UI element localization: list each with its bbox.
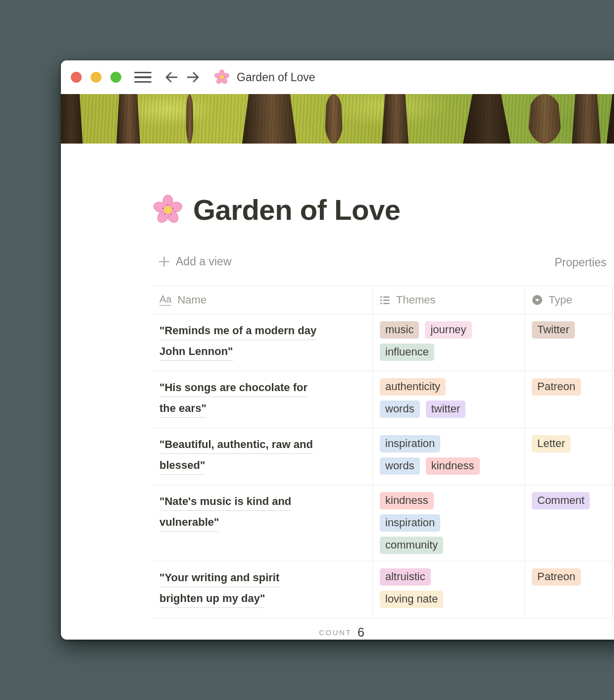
- table-row: "Your writing and spiritbrighten up my d…: [153, 561, 613, 618]
- tag-pill: inspiration: [380, 435, 440, 452]
- page-link[interactable]: "Beautiful, authentic, raw and: [159, 436, 313, 454]
- tag-pill: community: [380, 537, 443, 554]
- window-title: Garden of Love: [237, 71, 315, 84]
- count-label: COUNT: [319, 628, 352, 637]
- page-link[interactable]: "Nate's music is kind and: [159, 493, 291, 511]
- column-header-name[interactable]: Aa Name: [153, 286, 372, 314]
- tag-line: community: [380, 537, 517, 554]
- page-link[interactable]: John Lennon": [159, 343, 233, 361]
- traffic-lights: [71, 72, 121, 83]
- tag-pill: authenticity: [380, 378, 446, 396]
- tag-pill: Comment: [532, 492, 590, 509]
- tag-pill: inspiration: [380, 514, 440, 532]
- page-title[interactable]: Garden of Love: [193, 193, 400, 226]
- view-toolbar: Add a view Properties: [158, 255, 614, 271]
- type-cell[interactable]: Patreon: [525, 371, 613, 428]
- tag-pill: loving nate: [380, 591, 443, 608]
- title-icon: Aa: [159, 294, 171, 306]
- tag-pill: Patreon: [532, 568, 581, 586]
- tag-pill: words: [380, 400, 420, 418]
- tag-pill: words: [380, 457, 420, 475]
- themes-cell[interactable]: inspirationwordskindness: [372, 428, 525, 485]
- add-view-button[interactable]: Add a view: [158, 255, 232, 268]
- name-cell[interactable]: "Beautiful, authentic, raw andblessed": [153, 428, 372, 485]
- type-cell[interactable]: Twitter: [525, 314, 613, 371]
- tag-pill: Patreon: [532, 378, 581, 396]
- tag-line: inspiration: [380, 514, 517, 532]
- notion-window: Garden of Love: [61, 60, 614, 640]
- name-cell[interactable]: "Nate's music is kind andvulnerable": [153, 485, 372, 561]
- type-cell[interactable]: Letter: [525, 428, 613, 485]
- page-link[interactable]: "Your writing and spirit: [159, 569, 279, 587]
- count-value: 6: [358, 625, 364, 640]
- tag-line: wordstwitter: [380, 400, 517, 418]
- tag-line: kindness: [380, 492, 517, 509]
- page-link[interactable]: vulnerable": [159, 514, 219, 532]
- plus-icon: [158, 256, 170, 267]
- tag-pill: music: [380, 321, 419, 339]
- cover-image: [61, 94, 614, 144]
- titlebar: Garden of Love: [61, 60, 614, 94]
- tag-pill: journey: [425, 321, 471, 339]
- cherry-blossom-icon: [214, 69, 230, 85]
- tag-pill: influence: [380, 344, 434, 361]
- table-body: "Reminds me of a modern dayJohn Lennon"m…: [153, 314, 613, 618]
- zoom-button[interactable]: [110, 72, 121, 83]
- page-link[interactable]: "Reminds me of a modern day: [159, 322, 316, 340]
- column-header-type[interactable]: Type: [525, 286, 613, 314]
- page-icon-cherry-blossom[interactable]: [153, 195, 183, 225]
- page-header: Garden of Love: [153, 193, 614, 226]
- table-row: "Nate's music is kind andvulnerable"kind…: [153, 485, 613, 561]
- tag-pill: Twitter: [532, 321, 575, 339]
- name-cell[interactable]: "His songs are chocolate forthe ears": [153, 371, 372, 428]
- table-footer: COUNT 6: [153, 618, 613, 640]
- page-link[interactable]: blessed": [159, 457, 205, 475]
- tag-line: authenticity: [380, 378, 517, 396]
- tag-pill: Letter: [532, 435, 570, 452]
- close-button[interactable]: [71, 72, 82, 83]
- themes-cell[interactable]: authenticitywordstwitter: [372, 371, 525, 428]
- column-header-themes[interactable]: Themes: [372, 286, 525, 314]
- tag-pill: kindness: [380, 492, 434, 509]
- minimize-button[interactable]: [91, 72, 102, 83]
- tag-line: loving nate: [380, 591, 517, 608]
- page-link[interactable]: brighten up my day": [159, 590, 265, 608]
- tag-pill: kindness: [426, 457, 480, 475]
- themes-cell[interactable]: kindnessinspirationcommunity: [372, 485, 525, 561]
- tag-line: influence: [380, 344, 517, 361]
- properties-button[interactable]: Properties: [555, 256, 607, 269]
- name-cell[interactable]: "Reminds me of a modern dayJohn Lennon": [153, 314, 372, 371]
- tag-line: inspiration: [380, 435, 517, 452]
- database-table: Aa Name Themes: [153, 286, 613, 640]
- tag-line: wordskindness: [380, 457, 517, 475]
- tag-pill: twitter: [426, 400, 466, 418]
- table-row: "Beautiful, authentic, raw andblessed"in…: [153, 428, 613, 485]
- tag-pill: altruistic: [380, 568, 431, 586]
- forward-icon[interactable]: [185, 70, 201, 85]
- name-cell[interactable]: "Your writing and spiritbrighten up my d…: [153, 561, 372, 618]
- table-row: "His songs are chocolate forthe ears"aut…: [153, 371, 613, 428]
- tag-line: musicjourney: [380, 321, 517, 339]
- table-row: "Reminds me of a modern dayJohn Lennon"m…: [153, 314, 613, 371]
- select-icon: [532, 295, 543, 305]
- table-header: Aa Name Themes: [153, 286, 613, 314]
- type-cell[interactable]: Comment: [525, 485, 613, 561]
- tag-line: altruistic: [380, 568, 517, 586]
- themes-cell[interactable]: altruisticloving nate: [372, 561, 525, 618]
- back-icon[interactable]: [163, 70, 179, 85]
- type-cell[interactable]: Patreon: [525, 561, 613, 618]
- page-link[interactable]: the ears": [159, 400, 206, 418]
- list-icon: [380, 295, 390, 305]
- page-link[interactable]: "His songs are chocolate for: [159, 379, 307, 397]
- themes-cell[interactable]: musicjourneyinfluence: [372, 314, 525, 371]
- count-aggregate[interactable]: COUNT 6: [153, 618, 372, 640]
- menu-icon[interactable]: [134, 72, 152, 83]
